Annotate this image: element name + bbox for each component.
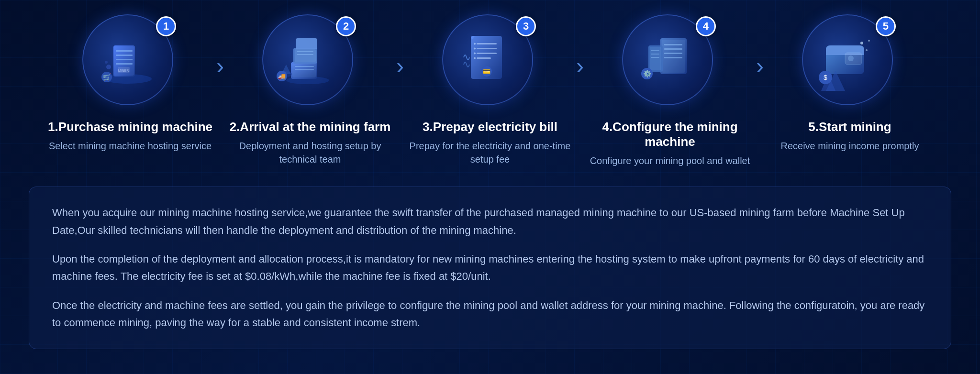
svg-text:$: $ [824,74,827,81]
svg-rect-30 [477,48,497,49]
step-3-badge: 3 [516,16,536,36]
svg-point-36 [474,57,476,59]
description-box: When you acquire our mining machine host… [29,187,951,349]
svg-point-62 [860,42,863,44]
page-wrapper: MINER 🛒 1 1.Purc [0,0,980,374]
step-4-icon: ⚙️ [636,29,699,91]
step-1-desc: Select mining machine hosting service [49,139,212,153]
step-3-icon: 💳 [457,29,519,91]
svg-rect-4 [116,55,133,56]
step-2-badge: 2 [336,16,356,36]
step-2: 🚚 2 2.Arrival at the mining farm Deploym… [224,14,396,166]
svg-text:MINER: MINER [118,69,129,72]
svg-text:⚙️: ⚙️ [643,70,651,78]
svg-rect-19 [296,38,317,49]
step-1-badge: 1 [156,16,176,36]
step-1-icon: MINER 🛒 [97,29,159,91]
step-1: MINER 🛒 1 1.Purc [44,14,216,153]
svg-rect-49 [651,54,659,55]
svg-point-9 [106,65,111,69]
step-1-title: 1.Purchase mining machine [48,120,212,134]
svg-rect-48 [651,50,659,51]
step-5-badge: 5 [876,16,896,36]
svg-point-63 [866,49,868,51]
step-5-desc: Receive mining income promptly [780,139,919,153]
svg-rect-29 [477,43,497,44]
step-2-icon: 🚚 [277,29,339,91]
svg-point-33 [474,43,476,45]
svg-rect-20 [295,66,314,67]
arrow-3: › [576,14,584,79]
svg-point-56 [848,55,854,61]
step-3-title: 3.Prepay electricity bill [423,120,557,134]
svg-rect-5 [116,59,133,60]
svg-rect-50 [651,57,659,58]
step-3-circle-wrapper: 💳 3 [442,14,538,110]
svg-point-10 [105,61,108,64]
svg-text:🚚: 🚚 [278,72,286,80]
desc-paragraph-1: When you acquire our mining machine host… [52,204,928,239]
step-1-circle-wrapper: MINER 🛒 1 [82,14,178,110]
svg-rect-3 [116,50,133,52]
desc-paragraph-2: Upon the completion of the deployment an… [52,251,928,286]
svg-rect-42 [664,44,682,45]
step-5-title: 5.Start mining [808,120,891,134]
svg-rect-22 [297,51,313,52]
arrow-2: › [396,14,404,79]
svg-rect-44 [664,53,682,54]
svg-point-34 [474,48,476,50]
svg-text:💳: 💳 [483,67,491,76]
svg-rect-45 [664,57,682,58]
step-2-desc: Deployment and hosting setup by technica… [224,139,396,166]
step-5-icon: $ [816,29,879,91]
step-2-circle-wrapper: 🚚 2 [262,14,358,110]
step-4-title: 4.Configure the mining machine [584,120,756,149]
svg-rect-16 [292,64,316,77]
arrow-1: › [216,14,224,79]
svg-point-64 [868,40,870,42]
steps-row: MINER 🛒 1 1.Purc [29,14,951,167]
step-5: $ 5 5.Start mining Receive mining income… [764,14,936,153]
step-2-title: 2.Arrival at the mining farm [230,120,391,134]
step-4-badge: 4 [696,16,716,36]
step-3: 💳 3 3.Prepay electricity bill Prepay for… [404,14,576,166]
step-4: ⚙️ 4 4.Configure the mining machine Conf… [584,14,756,167]
step-3-desc: Prepay for the electricity and one-time … [404,139,576,166]
svg-rect-21 [295,69,314,70]
step-4-circle-wrapper: ⚙️ 4 [622,14,718,110]
svg-point-35 [474,53,476,55]
svg-rect-31 [477,53,497,54]
arrow-4: › [756,14,764,79]
step-5-circle-wrapper: $ 5 [802,14,898,110]
step-4-desc: Configure your mining pool and wallet [590,154,750,167]
svg-rect-23 [297,54,313,55]
svg-rect-32 [477,57,491,59]
svg-rect-43 [664,48,682,50]
svg-rect-6 [116,63,133,65]
svg-text:🛒: 🛒 [103,73,111,81]
desc-paragraph-3: Once the electricity and machine fees ar… [52,297,928,332]
